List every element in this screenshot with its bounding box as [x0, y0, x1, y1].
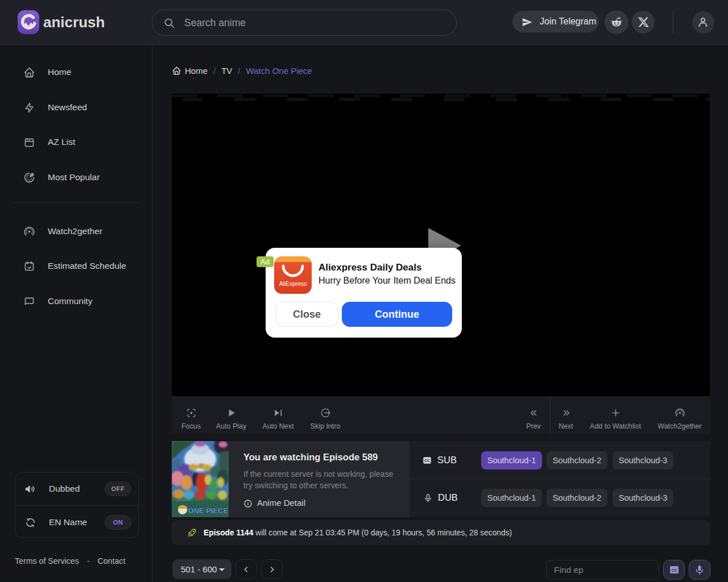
svg-text:CC: CC	[671, 568, 677, 572]
svg-text:ONE PIECE: ONE PIECE	[188, 506, 229, 515]
svg-text:CC: CC	[424, 459, 430, 463]
svg-text:AliExpress: AliExpress	[279, 281, 307, 287]
